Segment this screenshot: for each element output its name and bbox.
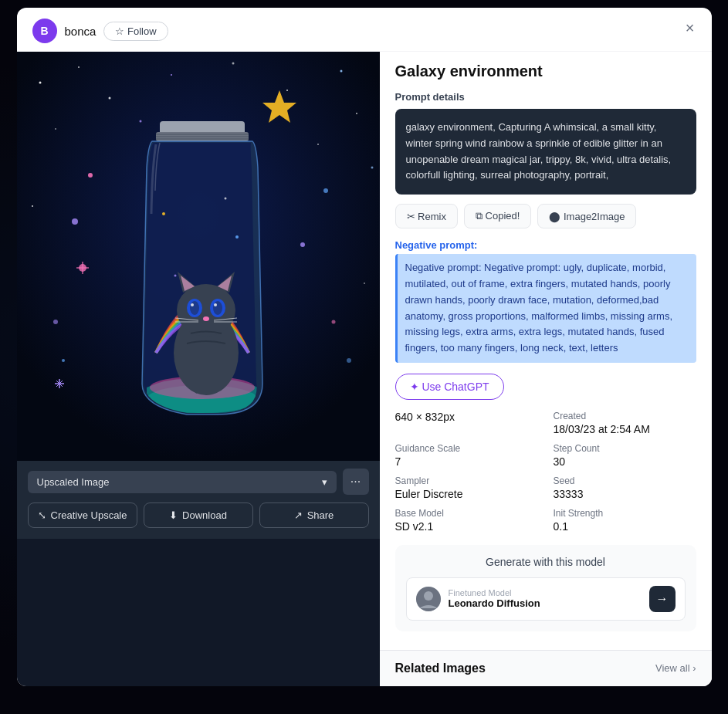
- more-options-button[interactable]: ···: [343, 469, 369, 495]
- guidance-label: Guidance Scale: [395, 443, 538, 454]
- download-button[interactable]: ⬇ Download: [144, 503, 253, 528]
- svg-point-50: [174, 275, 176, 277]
- modal-backdrop: × B bonca ☆ Follow: [0, 0, 728, 714]
- negative-prompt-label: Negative prompt:: [395, 239, 696, 251]
- right-panel: Galaxy environment Prompt details galaxy…: [380, 52, 712, 686]
- svg-point-9: [55, 128, 56, 130]
- copied-button[interactable]: ⧉ Copied!: [464, 204, 531, 228]
- model-info: Finetuned Model Leonardo Diffusion: [449, 588, 642, 609]
- meta-step-count: Step Count 30: [554, 443, 696, 468]
- seed-value: 33333: [554, 488, 696, 500]
- svg-point-42: [214, 303, 217, 306]
- created-value: 18/03/23 at 2:54 AM: [554, 423, 696, 435]
- download-label: Download: [182, 509, 227, 521]
- remix-button[interactable]: ✂ Remix: [395, 204, 458, 228]
- svg-point-54: [62, 359, 65, 362]
- svg-point-48: [162, 212, 165, 215]
- username: bonca: [65, 25, 97, 38]
- base-model-value: SD v2.1: [395, 520, 538, 533]
- init-strength-value: 0.1: [554, 520, 696, 533]
- meta-guidance: Guidance Scale 7: [395, 443, 538, 468]
- sampler-value: Euler Discrete: [395, 488, 538, 500]
- image-title: Galaxy environment: [395, 63, 696, 80]
- creative-upscale-button[interactable]: ⤡ Creative Upscale: [28, 503, 137, 528]
- svg-point-4: [171, 74, 172, 76]
- share-button[interactable]: ↗ Share: [259, 503, 369, 528]
- dimensions-value: 640 × 832px: [395, 411, 538, 423]
- meta-seed: Seed 33333: [554, 475, 696, 500]
- chevron-down-icon: ▾: [322, 476, 327, 488]
- meta-created: Created 18/03/23 at 2:54 AM: [554, 411, 696, 435]
- svg-point-13: [32, 205, 33, 207]
- init-strength-label: Init Strength: [554, 508, 696, 519]
- meta-dimensions: 640 × 832px: [395, 411, 538, 435]
- sampler-label: Sampler: [395, 475, 538, 486]
- upscale-label: Creative Upscale: [51, 509, 127, 521]
- related-section: Related Images View all ›: [380, 650, 712, 686]
- negative-prompt-text: Negative prompt: Negative prompt: ugly, …: [395, 254, 696, 363]
- step-label: Step Count: [554, 443, 696, 454]
- generate-title: Generate with this model: [406, 556, 686, 568]
- step-value: 30: [554, 455, 696, 468]
- generate-arrow-button[interactable]: →: [649, 586, 676, 612]
- image-type-dropdown[interactable]: Upscaled Image ▾: [28, 471, 337, 493]
- dropdown-label: Upscaled Image: [37, 476, 110, 488]
- share-icon: ↗: [294, 509, 303, 521]
- modal-body: Upscaled Image ▾ ··· ⤡ Creative Upscale …: [17, 52, 712, 686]
- svg-point-55: [331, 320, 335, 324]
- main-image: [17, 52, 380, 461]
- svg-point-61: [424, 591, 433, 601]
- svg-point-17: [323, 188, 328, 193]
- upscale-icon: ⤡: [38, 509, 46, 521]
- svg-point-39: [190, 301, 199, 315]
- prompt-action-row: ✂ Remix ⧉ Copied! ⬤ Image2Image: [395, 204, 696, 228]
- action-buttons: ⤡ Creative Upscale ⬇ Download ↗ Share: [17, 503, 380, 539]
- svg-point-10: [139, 120, 141, 123]
- meta-sampler: Sampler Euler Discrete: [395, 475, 538, 500]
- svg-point-16: [72, 218, 78, 225]
- guidance-value: 7: [395, 455, 538, 468]
- model-name: Leonardo Diffusion: [449, 597, 642, 609]
- created-label: Created: [554, 411, 696, 421]
- svg-point-32: [177, 284, 235, 337]
- svg-point-2: [78, 66, 80, 68]
- prompt-section-label: Prompt details: [395, 91, 696, 103]
- svg-point-19: [347, 358, 351, 363]
- image-toolbar: Upscaled Image ▾ ···: [17, 461, 380, 503]
- svg-point-12: [371, 167, 373, 169]
- prompt-text: galaxy environment, Capturing A whimsica…: [395, 109, 696, 195]
- base-model-label: Base Model: [395, 508, 538, 519]
- meta-base-model: Base Model SD v2.1: [395, 508, 538, 533]
- svg-point-1: [39, 82, 41, 84]
- seed-label: Seed: [554, 475, 696, 486]
- follow-button[interactable]: ☆ Follow: [103, 22, 168, 41]
- svg-point-11: [317, 144, 319, 145]
- svg-point-5: [232, 63, 234, 65]
- model-sublabel: Finetuned Model: [449, 588, 642, 597]
- left-panel: Upscaled Image ▾ ··· ⤡ Creative Upscale …: [17, 52, 380, 686]
- close-button[interactable]: ×: [679, 17, 701, 39]
- svg-point-8: [356, 113, 357, 114]
- right-content: Galaxy environment Prompt details galaxy…: [380, 52, 712, 650]
- svg-point-52: [88, 173, 93, 178]
- svg-point-53: [300, 242, 305, 247]
- svg-point-49: [235, 235, 239, 239]
- model-avatar: [416, 587, 441, 611]
- modal-header: B bonca ☆ Follow: [17, 8, 712, 52]
- model-row: Finetuned Model Leonardo Diffusion →: [406, 577, 686, 621]
- view-all-link[interactable]: View all ›: [655, 662, 696, 674]
- svg-point-40: [213, 301, 222, 315]
- svg-point-7: [340, 70, 342, 73]
- svg-point-43: [203, 316, 209, 321]
- share-label: Share: [307, 509, 334, 521]
- use-chatgpt-button[interactable]: ✦ Use ChatGPT: [395, 374, 504, 400]
- image2image-button[interactable]: ⬤ Image2Image: [537, 204, 636, 228]
- download-icon: ⬇: [169, 509, 178, 521]
- avatar: B: [32, 19, 57, 43]
- svg-point-51: [224, 198, 226, 200]
- svg-point-18: [53, 320, 58, 324]
- generate-box: Generate with this model Finetuned: [395, 545, 696, 631]
- svg-point-3: [108, 97, 110, 100]
- svg-point-14: [364, 283, 365, 284]
- meta-grid: 640 × 832px Created 18/03/23 at 2:54 AM …: [395, 411, 696, 533]
